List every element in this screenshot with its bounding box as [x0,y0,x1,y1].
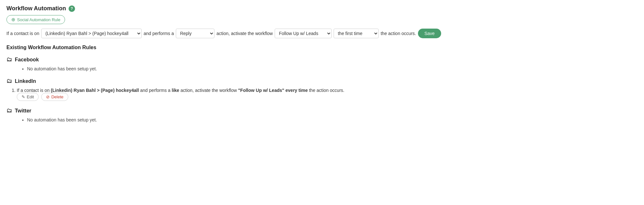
contact-select[interactable]: (Linkedin) Ryan Bahl > (Page) hockey4all [41,29,142,38]
rule-builder: If a contact is on (Linkedin) Ryan Bahl … [6,29,638,38]
platform-header-facebook: 🗂 Facebook [6,56,638,63]
timing-select[interactable]: the first time every time [334,29,379,38]
platform-twitter: 🗂 Twitter No automation has been setup y… [6,107,638,122]
platform-name-linkedin: LinkedIn [15,78,36,84]
save-button[interactable]: Save [418,29,441,38]
existing-rules-title: Existing Workflow Automation Rules [6,45,638,50]
existing-rules-section: Existing Workflow Automation Rules 🗂 Fac… [6,45,638,122]
platform-name-facebook: Facebook [15,57,39,63]
platform-name-twitter: Twitter [15,108,31,114]
folder-icon-linkedin: 🗂 [6,78,12,85]
linkedin-rules-list: If a contact is on (Linkedin) Ryan Bahl … [6,88,638,101]
platform-linkedin: 🗂 LinkedIn If a contact is on (Linkedin)… [6,78,638,101]
delete-circle-icon: ⊘ [46,94,50,99]
folder-icon-facebook: 🗂 [6,56,12,63]
linkedin-rule-bold-workflow: "Follow Up w/ Leads" every time [238,88,308,93]
linkedin-rule-1-actions: ✎ Edit ⊘ Delete [17,93,638,101]
rule-connector1: and performs a [144,31,174,36]
edit-button-label: Edit [27,94,34,99]
add-rule-button[interactable]: ⊕ Social Automation Rule [6,15,65,24]
twitter-empty-message: No automation has been setup yet. [27,117,638,122]
page-title: Workflow Automation [6,5,66,12]
rule-suffix: the action occurs. [381,31,416,36]
list-item: If a contact is on (Linkedin) Ryan Bahl … [17,88,638,101]
facebook-empty-message: No automation has been setup yet. [27,66,638,71]
help-icon[interactable]: ? [69,5,75,12]
delete-button[interactable]: ⊘ Delete [41,93,68,101]
rule-connector2: action, activate the workflow [216,31,273,36]
platform-header-linkedin: 🗂 LinkedIn [6,78,638,85]
add-rule-button-label: Social Automation Rule [17,17,60,22]
edit-button[interactable]: ✎ Edit [17,93,39,101]
linkedin-rule-bold-action: like [172,88,179,93]
linkedin-rule-1-text: If a contact is on (Linkedin) Ryan Bahl … [17,88,344,93]
twitter-rules-list: No automation has been setup yet. [6,117,638,122]
plus-icon: ⊕ [11,17,15,22]
workflow-select[interactable]: Follow Up w/ Leads [275,29,332,38]
page-header: Workflow Automation ? [6,5,638,12]
platform-header-twitter: 🗂 Twitter [6,107,638,114]
folder-icon-twitter: 🗂 [6,107,12,114]
edit-pencil-icon: ✎ [22,94,25,99]
rule-prefix: If a contact is on [6,31,39,36]
linkedin-rule-bold-contact: (Linkedin) Ryan Bahl > (Page) hockey4all [51,88,139,93]
facebook-rules-list: No automation has been setup yet. [6,66,638,71]
platform-facebook: 🗂 Facebook No automation has been setup … [6,56,638,71]
action-select[interactable]: Reply Like Comment Share [176,29,214,38]
delete-button-label: Delete [51,94,63,99]
